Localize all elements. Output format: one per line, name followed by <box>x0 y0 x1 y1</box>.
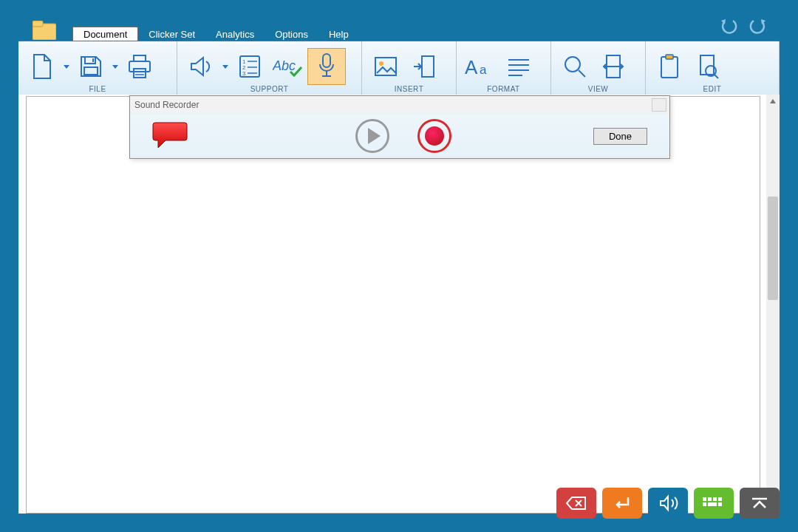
scroll-up-arrow[interactable] <box>766 95 780 108</box>
sound-recorder-dialog: Sound Recorder Done <box>129 95 670 159</box>
bottom-toolbar <box>556 488 780 519</box>
group-label-format: FORMAT <box>457 85 550 93</box>
explorer-folder-button[interactable] <box>33 21 56 40</box>
svg-rect-4 <box>84 67 98 75</box>
new-document-button[interactable] <box>23 48 61 85</box>
svg-rect-7 <box>134 69 146 78</box>
svg-text:A: A <box>465 56 478 78</box>
insert-picture-button[interactable] <box>366 48 405 85</box>
svg-rect-6 <box>129 61 150 72</box>
record-icon <box>425 126 444 146</box>
svg-line-31 <box>579 70 585 77</box>
save-dropdown[interactable] <box>110 48 120 85</box>
svg-rect-18 <box>323 54 330 67</box>
svg-line-37 <box>715 75 718 78</box>
insert-page-button[interactable] <box>405 48 443 85</box>
find-replace-button[interactable] <box>689 48 727 85</box>
svg-rect-1 <box>33 21 43 27</box>
group-label-view: VIEW <box>551 85 645 93</box>
sound-recorder-button[interactable] <box>307 48 346 85</box>
save-button[interactable] <box>72 48 110 85</box>
svg-rect-35 <box>700 55 714 75</box>
group-label-insert: INSERT <box>362 85 456 93</box>
svg-rect-23 <box>422 56 434 77</box>
delete-word-button[interactable] <box>556 488 596 519</box>
svg-rect-5 <box>134 55 146 61</box>
font-button[interactable]: Aa <box>461 48 499 85</box>
svg-rect-3 <box>92 58 94 62</box>
print-button[interactable] <box>120 48 159 85</box>
svg-point-22 <box>379 61 383 66</box>
svg-text:a: a <box>480 63 487 77</box>
done-button[interactable]: Done <box>593 128 647 145</box>
svg-text:Abc: Abc <box>273 58 296 73</box>
svg-rect-40 <box>713 497 717 501</box>
keyboard-button[interactable] <box>694 488 734 519</box>
enter-button[interactable] <box>602 488 642 519</box>
group-label-file: FILE <box>18 85 177 93</box>
svg-rect-42 <box>703 502 706 506</box>
svg-rect-21 <box>375 58 396 75</box>
group-label-edit: EDIT <box>646 85 779 93</box>
tab-help[interactable]: Help <box>318 27 359 42</box>
svg-point-30 <box>565 57 580 72</box>
svg-rect-33 <box>661 57 678 78</box>
undo-icon[interactable] <box>720 18 739 36</box>
play-icon <box>368 128 381 144</box>
speech-bubble-icon <box>152 120 188 153</box>
svg-text:3: 3 <box>242 70 246 77</box>
dialog-title-text: Sound Recorder <box>134 100 199 110</box>
speak-button[interactable] <box>182 48 220 85</box>
tab-analytics[interactable]: Analytics <box>205 27 265 42</box>
svg-rect-43 <box>708 502 717 506</box>
new-document-dropdown[interactable] <box>61 48 72 85</box>
dialog-close-button[interactable] <box>652 98 666 112</box>
record-button[interactable] <box>417 119 451 153</box>
group-label-support: SUPPORT <box>177 85 361 93</box>
predictor-button[interactable]: 123 <box>231 48 269 85</box>
svg-rect-34 <box>666 55 673 59</box>
tab-document[interactable]: Document <box>72 27 138 42</box>
svg-rect-38 <box>703 497 706 501</box>
redo-icon[interactable] <box>748 18 767 36</box>
scroll-thumb[interactable] <box>768 197 778 300</box>
svg-rect-39 <box>708 497 712 501</box>
paragraph-button[interactable] <box>499 48 538 85</box>
speak-dropdown[interactable] <box>220 48 231 85</box>
svg-rect-41 <box>718 497 722 501</box>
ribbon: FILE 123 Abc SUPPORT INSERT Aa <box>18 41 780 95</box>
tab-options[interactable]: Options <box>265 27 318 42</box>
spellcheck-button[interactable]: Abc <box>269 48 307 85</box>
page-width-button[interactable] <box>594 48 632 85</box>
play-button[interactable] <box>355 119 389 153</box>
tab-clicker-set[interactable]: Clicker Set <box>138 27 205 42</box>
zoom-button[interactable] <box>556 48 594 85</box>
svg-rect-44 <box>718 502 722 506</box>
vertical-scrollbar[interactable] <box>766 95 780 514</box>
speak-text-button[interactable] <box>648 488 688 519</box>
paste-button[interactable] <box>650 48 689 85</box>
collapse-button[interactable] <box>740 488 780 519</box>
